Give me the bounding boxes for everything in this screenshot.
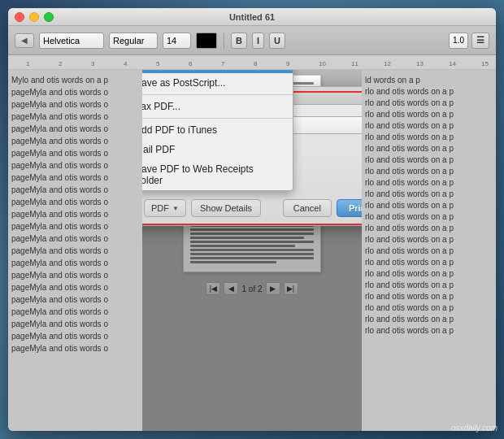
left-line-18: pageMyla and otis words o — [11, 282, 139, 293]
left-line-5: pageMyla and otis words o — [11, 124, 139, 135]
right-line-4: rlo and otis words on a p — [365, 109, 493, 120]
close-button[interactable] — [15, 12, 24, 22]
left-line-7: pageMyla and otis words o — [11, 148, 139, 159]
print-dialog: Print Printer: ⚠ No Printer Selected — [142, 86, 362, 226]
window-title: Untitled 61 — [229, 12, 275, 22]
left-line-4: pageMyla and otis words o — [11, 111, 139, 123]
left-line-22: pageMyla and otis words o — [11, 331, 139, 342]
italic-button[interactable]: I — [252, 33, 264, 49]
right-line-11: rlo and otis words on a p — [365, 189, 493, 200]
separator-1 — [224, 33, 224, 49]
left-line-3: pageMyla and otis words o — [11, 99, 139, 111]
right-line-10: rlo and otis words on a p — [365, 177, 493, 189]
content-area: Mylo and otis words on a p pageMyla and … — [8, 70, 496, 431]
pdf-menu-mail[interactable]: Mail PDF — [142, 140, 293, 159]
right-line-17: rlo and otis words on a p — [365, 257, 493, 268]
pdf-menu-separator-2 — [142, 118, 293, 119]
size-label: 14 — [167, 36, 176, 46]
pdf-dropdown-menu: Open PDF in Preview Save as PDF... Save … — [142, 70, 293, 191]
style-label: Regular — [113, 36, 145, 46]
left-line-11: pageMyla and otis words o — [11, 197, 139, 208]
right-text-column: ld words on a p rlo and otis words on a … — [362, 70, 496, 431]
main-window: Untitled 61 ◀ Helvetica Regular 14 B I U — [8, 8, 496, 431]
left-line-15: pageMyla and otis words o — [11, 246, 139, 257]
right-line-15: rlo and otis words on a p — [365, 234, 493, 246]
right-line-23: rlo and otis words on a p — [365, 325, 493, 337]
left-line-10: pageMyla and otis words o — [11, 185, 139, 196]
right-line-2: rlo and otis words on a p — [365, 86, 493, 98]
dialog-buttons: ? PDF ▼ Show Details Cancel Print — [142, 194, 362, 225]
left-line-1: Mylo and otis words on a p — [11, 75, 139, 86]
left-line-12: pageMyla and otis words o — [11, 209, 139, 220]
left-line-17: pageMyla and otis words o — [11, 270, 139, 281]
left-line-2: pageMyla and otis words o — [11, 87, 139, 98]
underline-button[interactable]: U — [269, 33, 285, 49]
size-selector[interactable]: 14 — [163, 33, 191, 49]
left-line-8: pageMyla and otis words o — [11, 160, 139, 172]
left-line-20: pageMyla and otis words o — [11, 306, 139, 318]
right-line-19: rlo and otis words on a p — [365, 280, 493, 291]
pdf-menu-save-as-postscript[interactable]: Save as PostScript... — [142, 73, 293, 93]
right-line-20: rlo and otis words on a p — [365, 291, 493, 302]
pdf-arrow-icon: ▼ — [172, 205, 179, 212]
right-line-6: rlo and otis words on a p — [365, 132, 493, 143]
right-line-9: rlo and otis words on a p — [365, 166, 493, 177]
right-line-18: rlo and otis words on a p — [365, 268, 493, 280]
left-line-6: pageMyla and otis words o — [11, 136, 139, 147]
font-selector[interactable]: Helvetica — [39, 33, 104, 49]
desktop: Untitled 61 ◀ Helvetica Regular 14 B I U — [0, 0, 504, 439]
line-spacing-label: 1.0 — [453, 36, 464, 45]
right-line-1: ld words on a p — [365, 75, 493, 86]
right-line-22: rlo and otis words on a p — [365, 314, 493, 325]
pdf-button[interactable]: PDF ▼ — [144, 199, 186, 217]
right-line-8: rlo and otis words on a p — [365, 154, 493, 166]
color-picker[interactable] — [196, 33, 217, 49]
left-line-16: pageMyla and otis words o — [11, 258, 139, 269]
cancel-button[interactable]: Cancel — [283, 199, 332, 217]
ruler: 1 2 3 4 5 6 7 8 9 10 11 12 13 14 15 — [8, 55, 496, 70]
right-line-5: rlo and otis words on a p — [365, 120, 493, 132]
left-line-23: pageMyla and otis words o — [11, 343, 139, 354]
right-line-3: rlo and otis words on a p — [365, 98, 493, 109]
line-spacing-control[interactable]: 1.0 — [449, 33, 468, 49]
print-button[interactable]: Print — [337, 199, 362, 217]
font-label: Helvetica — [43, 36, 80, 46]
right-line-7: rlo and otis words on a p — [365, 143, 493, 154]
pdf-menu-separator-1 — [142, 94, 293, 95]
right-line-12: rlo and otis words on a p — [365, 200, 493, 211]
right-line-16: rlo and otis words on a p — [365, 246, 493, 257]
right-line-21: rlo and otis words on a p — [365, 302, 493, 314]
pdf-menu-fax[interactable]: Fax PDF... — [142, 97, 293, 116]
style-selector[interactable]: Regular — [109, 33, 158, 49]
left-text-column: Mylo and otis words on a p pageMyla and … — [8, 70, 142, 431]
list-button[interactable]: ☰ — [471, 33, 489, 49]
left-line-21: pageMyla and otis words o — [11, 319, 139, 330]
toolbar-right: 1.0 ☰ — [449, 33, 489, 49]
back-icon: ◀ — [21, 36, 28, 45]
back-button[interactable]: ◀ — [15, 33, 34, 48]
show-details-button[interactable]: Show Details — [191, 199, 261, 217]
pdf-menu-web-receipts[interactable]: Save PDF to Web Receipts Folder — [142, 159, 293, 190]
document-area[interactable]: |◀ ◀ 1 of 2 ▶ ▶| Print Printer: ⚠ — [142, 70, 362, 431]
left-line-19: pageMyla and otis words o — [11, 294, 139, 306]
window-controls — [15, 12, 54, 22]
bold-button[interactable]: B — [231, 33, 247, 49]
minimize-button[interactable] — [29, 12, 39, 22]
right-line-14: rlo and otis words on a p — [365, 223, 493, 234]
watermark: osxdaily.com — [451, 424, 497, 432]
pdf-label: PDF — [151, 203, 169, 213]
right-line-13: rlo and otis words on a p — [365, 211, 493, 223]
left-line-9: pageMyla and otis words o — [11, 172, 139, 184]
left-line-14: pageMyla and otis words o — [11, 233, 139, 245]
pdf-menu-add-to-itunes[interactable]: Add PDF to iTunes — [142, 120, 293, 140]
left-line-13: pageMyla and otis words o — [11, 221, 139, 233]
maximize-button[interactable] — [44, 12, 54, 22]
toolbar: ◀ Helvetica Regular 14 B I U 1.0 ☰ — [8, 26, 496, 55]
titlebar: Untitled 61 — [8, 8, 496, 26]
